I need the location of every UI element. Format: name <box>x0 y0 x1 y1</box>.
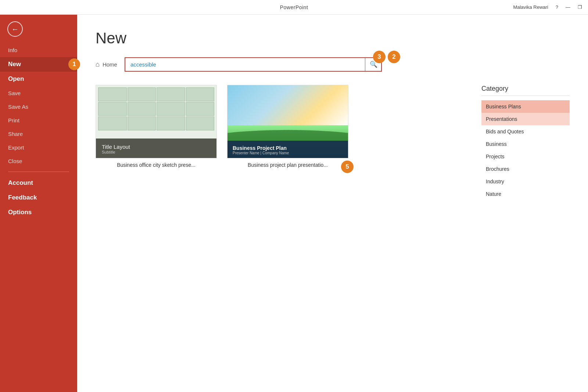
sidebar-nav: Info New 1 Open Save Save As Print <box>0 43 77 392</box>
category-item-brochures[interactable]: Brochures <box>481 163 570 175</box>
badge-3: 3 <box>373 51 386 63</box>
template-thumb-business: Business Project Plan Presenter Name | C… <box>227 85 348 158</box>
badge-5: 5 <box>341 161 354 173</box>
content-area: New ⌂ Home 2 🔍 3 <box>77 15 588 392</box>
search-area: ⌂ Home 2 🔍 3 <box>96 57 570 72</box>
business-subtitle-text: Presenter Name | Company Name <box>233 151 343 155</box>
sidebar-item-new[interactable]: New 1 <box>0 57 77 72</box>
search-input[interactable] <box>125 57 382 72</box>
minimize-button[interactable]: — <box>566 4 570 10</box>
category-item-presentations[interactable]: Presentations <box>481 113 570 125</box>
business-title-bar: Business Project Plan Presenter Name | C… <box>227 141 348 158</box>
sidebar-item-export[interactable]: Export <box>0 141 77 154</box>
sketch-cell <box>157 87 185 101</box>
category-item-bids-quotes[interactable]: Bids and Quotes <box>481 125 570 138</box>
sidebar-item-open[interactable]: Open <box>0 72 77 86</box>
category-item-industry[interactable]: Industry <box>481 175 570 188</box>
template-label-business: Business project plan presentatio... <box>227 162 348 168</box>
sidebar-bottom: Account Feedback Options <box>0 176 77 226</box>
template-card-business[interactable]: Business Project Plan Presenter Name | C… <box>227 85 348 168</box>
template-grid: Title Layout Subtitle Business office ci… <box>96 85 467 200</box>
sketch-cell <box>98 116 127 130</box>
sketch-title-bar: Title Layout Subtitle <box>96 139 216 158</box>
back-circle-icon: ← <box>7 21 23 37</box>
category-panel: Category Business Plans Presentations Bi… <box>481 85 570 200</box>
sidebar-item-feedback[interactable]: Feedback <box>0 190 77 205</box>
sketch-cell <box>157 116 185 130</box>
template-thumb-sketch: Title Layout Subtitle <box>96 85 217 158</box>
template-card-sketch[interactable]: Title Layout Subtitle Business office ci… <box>96 85 217 168</box>
sidebar-item-info[interactable]: Info <box>0 43 77 57</box>
business-sky <box>227 85 348 125</box>
category-item-business[interactable]: Business <box>481 138 570 150</box>
template-label-sketch: Business office city sketch prese... <box>96 162 217 168</box>
sidebar-item-share[interactable]: Share <box>0 127 77 141</box>
help-button[interactable]: ? <box>556 4 558 10</box>
home-link[interactable]: ⌂ Home <box>96 61 117 68</box>
sketch-cell <box>128 116 156 130</box>
sidebar-item-print[interactable]: Print <box>0 114 77 127</box>
sketch-grid <box>96 85 216 133</box>
category-title: Category <box>481 85 570 96</box>
sketch-cell <box>128 102 156 116</box>
sketch-cell <box>157 102 185 116</box>
page-title: New <box>96 29 570 47</box>
sidebar-divider <box>8 172 69 172</box>
sketch-cell <box>98 102 127 116</box>
sketch-thumb-bg: Title Layout Subtitle <box>96 85 216 158</box>
main-layout: ← Info New 1 Open Save Save As <box>0 15 588 392</box>
sketch-cell <box>186 102 215 116</box>
back-button[interactable]: ← <box>0 15 77 43</box>
business-title-text: Business Project Plan <box>233 145 343 151</box>
badge-2: 2 <box>388 51 400 63</box>
sketch-cell <box>98 87 127 101</box>
sidebar-item-save-as[interactable]: Save As <box>0 100 77 114</box>
sidebar-item-account[interactable]: Account <box>0 176 77 190</box>
sketch-subtitle-text: Subtitle <box>102 150 211 154</box>
sidebar-item-save[interactable]: Save <box>0 86 77 100</box>
sidebar-item-options[interactable]: Options <box>0 205 77 220</box>
home-icon: ⌂ <box>96 61 100 68</box>
sidebar-item-close[interactable]: Close <box>0 154 77 168</box>
sketch-cell <box>186 87 215 101</box>
category-item-nature[interactable]: Nature <box>481 188 570 200</box>
badge-1: 1 <box>68 58 80 70</box>
business-thumb-bg: Business Project Plan Presenter Name | C… <box>227 85 348 158</box>
sketch-title-text: Title Layout <box>102 144 211 150</box>
category-item-projects[interactable]: Projects <box>481 150 570 163</box>
search-box-wrapper: 2 🔍 3 <box>125 57 382 72</box>
home-label: Home <box>103 61 117 68</box>
sketch-cell <box>128 87 156 101</box>
user-name: Malavika Rewari <box>513 4 548 10</box>
maximize-button[interactable]: ❐ <box>578 4 582 10</box>
template-area: Title Layout Subtitle Business office ci… <box>96 85 570 200</box>
app-name: PowerPoint <box>280 4 308 10</box>
category-item-business-plans[interactable]: Business Plans <box>481 100 570 113</box>
titlebar: PowerPoint Malavika Rewari ? — ❐ <box>0 0 588 15</box>
sketch-cell <box>186 116 215 130</box>
sidebar: ← Info New 1 Open Save Save As <box>0 15 77 392</box>
